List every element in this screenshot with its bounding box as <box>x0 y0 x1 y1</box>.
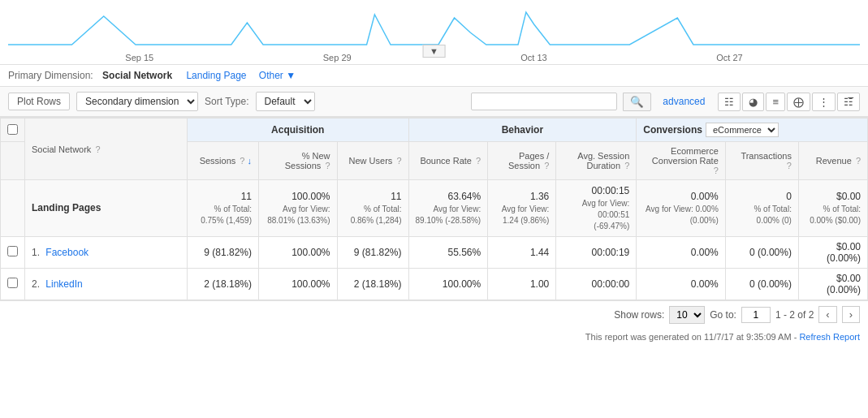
row2-new-users: 2 (18.18%) <box>337 268 408 299</box>
refresh-report-link[interactable]: Refresh Report <box>799 332 860 342</box>
total-pages-session-cell: 1.36 Avg for View: 1.24 (9.86%) <box>488 180 556 237</box>
th-pages-session: Pages / Session ? <box>488 142 556 180</box>
plot-rows-button[interactable]: Plot Rows <box>8 93 70 110</box>
row1-revenue: $0.00 (0.00%) <box>798 236 867 268</box>
row1-transactions: 0 (0.00%) <box>725 236 798 268</box>
row2-transactions: 0 (0.00%) <box>725 268 798 299</box>
th-avg-session: Avg. Session Duration ? <box>556 142 637 180</box>
row2-linkedin-link[interactable]: LinkedIn <box>45 278 82 290</box>
row2-bounce-rate: 100.00% <box>408 268 488 299</box>
view-compare-button[interactable]: ⨁ <box>787 93 810 111</box>
goto-label: Go to: <box>710 309 736 321</box>
th-group-conversions: Conversions eCommerce <box>637 119 868 142</box>
table-row: 2. LinkedIn 2 (18.18%) 100.00% 2 (18.18%… <box>1 268 868 299</box>
search-button[interactable]: 🔍 <box>623 93 651 111</box>
view-list-button[interactable]: ≡ <box>766 93 785 111</box>
row1-facebook-link[interactable]: Facebook <box>45 247 89 258</box>
ecommerce-select[interactable]: eCommerce <box>706 123 779 137</box>
revenue-help-icon[interactable]: ? <box>856 156 861 166</box>
row2-avg-session: 00:00:00 <box>556 268 637 299</box>
report-footer: This report was generated on 11/7/17 at … <box>0 329 868 348</box>
pct-new-help-icon[interactable]: ? <box>325 161 330 170</box>
row1-name-cell: 1. Facebook <box>25 236 188 268</box>
total-checkbox-cell <box>1 180 25 237</box>
conversions-header: Conversions eCommerce <box>643 123 861 137</box>
primary-dimension-row: Primary Dimension: Social Network Landin… <box>0 65 868 87</box>
th-ecomm-rate: Ecommerce Conversion Rate ? <box>637 142 726 180</box>
row1-checkbox[interactable] <box>7 246 18 256</box>
data-table: Social Network ? Acquisition Behavior Co… <box>0 118 868 300</box>
goto-input[interactable] <box>741 307 771 323</box>
show-rows-label: Show rows: <box>614 309 664 321</box>
search-input[interactable] <box>471 93 617 110</box>
prev-page-button[interactable]: ‹ <box>818 306 836 323</box>
row1-pages-session: 1.44 <box>488 236 556 268</box>
chart-label-oct27: Oct 27 <box>716 53 742 62</box>
th-group-acquisition: Acquisition <box>188 119 409 142</box>
total-sessions-cell: 11 % of Total: 0.75% (1,459) <box>188 180 259 237</box>
chart-svg <box>8 0 860 49</box>
pagination-bar: Show rows: 10 Go to: 1 - 2 of 2 ‹ › <box>0 300 868 329</box>
row2-num: 2. <box>32 278 40 290</box>
primary-dim-landing-page[interactable]: Landing Page <box>186 70 246 81</box>
rows-per-page-select[interactable]: 10 <box>669 306 705 324</box>
row2-revenue: $0.00 (0.00%) <box>798 268 867 299</box>
pages-session-help-icon[interactable]: ? <box>544 161 549 170</box>
total-label-cell: Landing Pages <box>25 180 188 237</box>
row1-checkbox-cell[interactable] <box>1 236 25 268</box>
total-revenue-cell: $0.00 % of Total: 0.00% ($0.00) <box>798 180 867 237</box>
row2-checkbox-cell[interactable] <box>1 268 25 299</box>
total-bounce-rate-cell: 63.64% Avg for View: 89.10% (-28.58%) <box>408 180 488 237</box>
total-row: Landing Pages 11 % of Total: 0.75% (1,45… <box>1 180 868 237</box>
th-pct-new-sessions: % New Sessions ? <box>259 142 337 180</box>
bounce-rate-help-icon[interactable]: ? <box>476 156 481 166</box>
header-checkbox[interactable] <box>1 119 25 142</box>
th-new-users: New Users ? <box>337 142 408 180</box>
toolbar: Plot Rows Secondary dimension Sort Type:… <box>0 87 868 117</box>
page-range: 1 - 2 of 2 <box>775 309 814 321</box>
total-avg-session-cell: 00:00:15 Avg for View: 00:00:51 (-69.47%… <box>556 180 637 237</box>
data-table-container: Social Network ? Acquisition Behavior Co… <box>0 117 868 300</box>
chart-label-sep29: Sep 29 <box>323 53 352 62</box>
row2-checkbox[interactable] <box>7 278 18 288</box>
th-revenue: Revenue ? <box>798 142 867 180</box>
primary-dim-other[interactable]: Other ▼ <box>259 70 296 81</box>
row1-ecomm-rate: 0.00% <box>637 236 726 268</box>
row2-name-cell: 2. LinkedIn <box>25 268 188 299</box>
select-all-checkbox[interactable] <box>7 124 18 135</box>
view-grid-button[interactable]: ☷ <box>718 93 741 111</box>
view-custom-button[interactable]: ☷̅ <box>837 93 860 111</box>
sessions-sort-icon[interactable]: ↓ <box>248 156 253 166</box>
row1-bounce-rate: 55.56% <box>408 236 488 268</box>
view-pie-button[interactable]: ◕ <box>742 93 764 111</box>
secondary-dimension-select[interactable]: Secondary dimension <box>76 92 198 111</box>
th-group-behavior: Behavior <box>408 119 637 142</box>
new-users-help-icon[interactable]: ? <box>396 156 401 166</box>
chart-dropdown-btn[interactable]: ▼ <box>422 45 446 58</box>
next-page-button[interactable]: › <box>842 306 860 323</box>
transactions-help-icon[interactable]: ? <box>787 161 792 170</box>
total-new-users-cell: 11 % of Total: 0.86% (1,284) <box>337 180 408 237</box>
avg-session-help-icon[interactable]: ? <box>624 161 629 170</box>
row1-new-users: 9 (81.82%) <box>337 236 408 268</box>
report-generated-text: This report was generated on 11/7/17 at … <box>585 332 797 342</box>
primary-dim-active: Social Network <box>102 70 172 81</box>
sort-type-select[interactable]: Default <box>256 92 315 111</box>
sessions-help-icon[interactable]: ? <box>240 156 244 166</box>
table-row: 1. Facebook 9 (81.82%) 100.00% 9 (81.82%… <box>1 236 868 268</box>
row2-pct-new: 100.00% <box>259 268 337 299</box>
primary-dim-label: Primary Dimension: <box>8 70 93 81</box>
th-bounce-rate: Bounce Rate ? <box>408 142 488 180</box>
view-pivot-button[interactable]: ⋮ <box>812 93 836 111</box>
advanced-link[interactable]: advanced <box>663 96 705 107</box>
sort-type-label: Sort Type: <box>205 96 248 107</box>
chart-label-oct13: Oct 13 <box>520 53 546 62</box>
view-icons: ☷ ◕ ≡ ⨁ ⋮ ☷̅ <box>718 93 860 111</box>
row2-sessions: 2 (18.18%) <box>188 268 259 299</box>
chart-area: Sep 15 Sep 29 Oct 13 Oct 27 ▼ <box>0 0 868 65</box>
social-network-help-icon[interactable]: ? <box>95 144 100 154</box>
row2-ecomm-rate: 0.00% <box>637 268 726 299</box>
th-checkbox-spacer <box>1 142 25 180</box>
total-ecomm-rate-cell: 0.00% Avg for View: 0.00% (0.00%) <box>637 180 726 237</box>
ecomm-rate-help-icon[interactable]: ? <box>714 166 719 175</box>
